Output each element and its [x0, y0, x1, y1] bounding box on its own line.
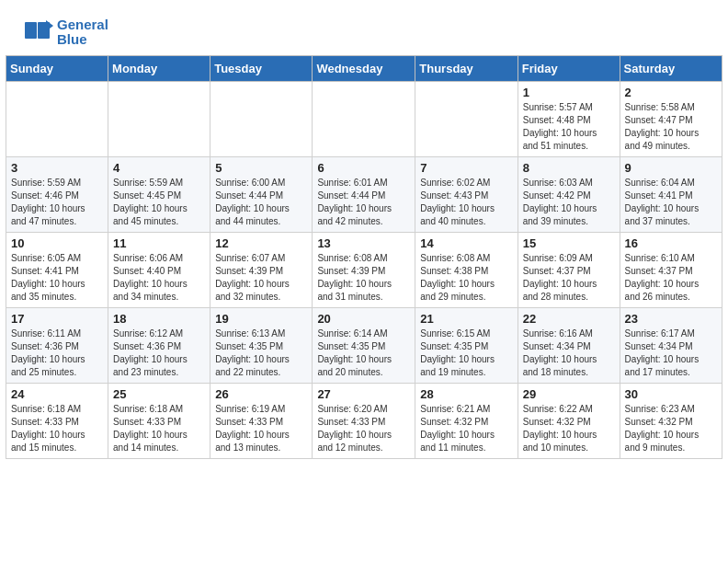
- calendar-cell: 6Sunrise: 6:01 AM Sunset: 4:44 PM Daylig…: [313, 157, 415, 233]
- week-row-3: 10Sunrise: 6:05 AM Sunset: 4:41 PM Dayli…: [6, 233, 722, 308]
- day-info: Sunrise: 5:59 AM Sunset: 4:46 PM Dayligh…: [11, 177, 103, 228]
- day-info: Sunrise: 6:07 AM Sunset: 4:39 PM Dayligh…: [215, 252, 307, 304]
- calendar-cell: 20Sunrise: 6:14 AM Sunset: 4:35 PM Dayli…: [313, 308, 415, 384]
- day-info: Sunrise: 6:20 AM Sunset: 4:33 PM Dayligh…: [317, 403, 410, 454]
- calendar-cell: 24Sunrise: 6:18 AM Sunset: 4:33 PM Dayli…: [6, 384, 108, 459]
- day-info: Sunrise: 6:10 AM Sunset: 4:37 PM Dayligh…: [625, 252, 717, 304]
- day-number: 3: [11, 161, 103, 175]
- page-header: General Blue: [0, 0, 728, 55]
- logo-text-blue: Blue: [57, 32, 108, 48]
- week-row-4: 17Sunrise: 6:11 AM Sunset: 4:36 PM Dayli…: [6, 308, 722, 384]
- day-info: Sunrise: 6:16 AM Sunset: 4:34 PM Dayligh…: [523, 327, 615, 379]
- calendar-table: SundayMondayTuesdayWednesdayThursdayFrid…: [6, 55, 722, 459]
- day-number: 21: [420, 312, 512, 326]
- week-row-2: 3Sunrise: 5:59 AM Sunset: 4:46 PM Daylig…: [6, 157, 722, 233]
- day-info: Sunrise: 6:08 AM Sunset: 4:39 PM Dayligh…: [317, 252, 410, 304]
- calendar-cell: 14Sunrise: 6:08 AM Sunset: 4:38 PM Dayli…: [415, 233, 518, 308]
- day-info: Sunrise: 6:00 AM Sunset: 4:44 PM Dayligh…: [215, 177, 307, 228]
- calendar-cell: 15Sunrise: 6:09 AM Sunset: 4:37 PM Dayli…: [518, 233, 620, 308]
- day-number: 26: [215, 387, 307, 401]
- day-number: 27: [317, 387, 410, 401]
- calendar-cell: 1Sunrise: 5:57 AM Sunset: 4:48 PM Daylig…: [518, 82, 620, 157]
- day-number: 4: [113, 161, 205, 175]
- calendar-cell: 27Sunrise: 6:20 AM Sunset: 4:33 PM Dayli…: [313, 384, 415, 459]
- calendar-cell: 12Sunrise: 6:07 AM Sunset: 4:39 PM Dayli…: [210, 233, 313, 308]
- logo: General Blue: [22, 17, 108, 48]
- day-info: Sunrise: 6:14 AM Sunset: 4:35 PM Dayligh…: [317, 327, 410, 379]
- day-number: 12: [215, 236, 307, 250]
- day-number: 15: [523, 236, 615, 250]
- calendar-cell: 22Sunrise: 6:16 AM Sunset: 4:34 PM Dayli…: [518, 308, 620, 384]
- calendar-cell: 26Sunrise: 6:19 AM Sunset: 4:33 PM Dayli…: [210, 384, 313, 459]
- day-info: Sunrise: 6:22 AM Sunset: 4:32 PM Dayligh…: [523, 403, 615, 454]
- weekday-header-thursday: Thursday: [415, 56, 518, 82]
- day-number: 11: [113, 236, 205, 250]
- day-number: 1: [523, 86, 615, 99]
- weekday-header-row: SundayMondayTuesdayWednesdayThursdayFrid…: [6, 56, 722, 82]
- calendar-cell: 5Sunrise: 6:00 AM Sunset: 4:44 PM Daylig…: [210, 157, 313, 233]
- calendar-cell: 17Sunrise: 6:11 AM Sunset: 4:36 PM Dayli…: [6, 308, 108, 384]
- calendar-cell: [6, 82, 108, 157]
- calendar-cell: 2Sunrise: 5:58 AM Sunset: 4:47 PM Daylig…: [620, 82, 722, 157]
- weekday-header-friday: Friday: [518, 56, 620, 82]
- weekday-header-wednesday: Wednesday: [313, 56, 415, 82]
- day-info: Sunrise: 6:23 AM Sunset: 4:32 PM Dayligh…: [625, 403, 717, 454]
- calendar-cell: 21Sunrise: 6:15 AM Sunset: 4:35 PM Dayli…: [415, 308, 518, 384]
- day-info: Sunrise: 6:08 AM Sunset: 4:38 PM Dayligh…: [420, 252, 512, 304]
- calendar-cell: 10Sunrise: 6:05 AM Sunset: 4:41 PM Dayli…: [6, 233, 108, 308]
- day-info: Sunrise: 6:12 AM Sunset: 4:36 PM Dayligh…: [113, 327, 205, 379]
- calendar-wrapper: SundayMondayTuesdayWednesdayThursdayFrid…: [0, 55, 728, 466]
- day-number: 16: [625, 236, 717, 250]
- day-info: Sunrise: 6:02 AM Sunset: 4:43 PM Dayligh…: [420, 177, 512, 228]
- day-number: 17: [11, 312, 103, 326]
- day-number: 10: [11, 236, 103, 250]
- calendar-cell: 28Sunrise: 6:21 AM Sunset: 4:32 PM Dayli…: [415, 384, 518, 459]
- logo-icon: [22, 17, 53, 48]
- day-number: 19: [215, 312, 307, 326]
- calendar-cell: 4Sunrise: 5:59 AM Sunset: 4:45 PM Daylig…: [108, 157, 210, 233]
- week-row-1: 1Sunrise: 5:57 AM Sunset: 4:48 PM Daylig…: [6, 82, 722, 157]
- day-info: Sunrise: 6:18 AM Sunset: 4:33 PM Dayligh…: [11, 403, 103, 454]
- day-info: Sunrise: 6:17 AM Sunset: 4:34 PM Dayligh…: [625, 327, 717, 379]
- day-number: 23: [625, 312, 717, 326]
- day-info: Sunrise: 5:57 AM Sunset: 4:48 PM Dayligh…: [523, 101, 615, 153]
- day-info: Sunrise: 6:05 AM Sunset: 4:41 PM Dayligh…: [11, 252, 103, 304]
- calendar-cell: 9Sunrise: 6:04 AM Sunset: 4:41 PM Daylig…: [620, 157, 722, 233]
- weekday-header-tuesday: Tuesday: [210, 56, 313, 82]
- day-number: 2: [625, 86, 717, 99]
- day-number: 20: [317, 312, 410, 326]
- calendar-cell: 16Sunrise: 6:10 AM Sunset: 4:37 PM Dayli…: [620, 233, 722, 308]
- weekday-header-saturday: Saturday: [620, 56, 722, 82]
- day-info: Sunrise: 6:03 AM Sunset: 4:42 PM Dayligh…: [523, 177, 615, 228]
- calendar-cell: 13Sunrise: 6:08 AM Sunset: 4:39 PM Dayli…: [313, 233, 415, 308]
- calendar-cell: 29Sunrise: 6:22 AM Sunset: 4:32 PM Dayli…: [518, 384, 620, 459]
- week-row-5: 24Sunrise: 6:18 AM Sunset: 4:33 PM Dayli…: [6, 384, 722, 459]
- day-info: Sunrise: 5:59 AM Sunset: 4:45 PM Dayligh…: [113, 177, 205, 228]
- calendar-cell: 23Sunrise: 6:17 AM Sunset: 4:34 PM Dayli…: [620, 308, 722, 384]
- day-info: Sunrise: 6:06 AM Sunset: 4:40 PM Dayligh…: [113, 252, 205, 304]
- day-info: Sunrise: 6:01 AM Sunset: 4:44 PM Dayligh…: [317, 177, 410, 228]
- day-number: 7: [420, 161, 512, 175]
- day-number: 13: [317, 236, 410, 250]
- day-info: Sunrise: 6:18 AM Sunset: 4:33 PM Dayligh…: [113, 403, 205, 454]
- day-info: Sunrise: 5:58 AM Sunset: 4:47 PM Dayligh…: [625, 101, 717, 153]
- calendar-cell: 18Sunrise: 6:12 AM Sunset: 4:36 PM Dayli…: [108, 308, 210, 384]
- calendar-cell: 7Sunrise: 6:02 AM Sunset: 4:43 PM Daylig…: [415, 157, 518, 233]
- calendar-cell: [313, 82, 415, 157]
- day-info: Sunrise: 6:11 AM Sunset: 4:36 PM Dayligh…: [11, 327, 103, 379]
- weekday-header-monday: Monday: [108, 56, 210, 82]
- day-number: 6: [317, 161, 410, 175]
- day-number: 8: [523, 161, 615, 175]
- weekday-header-sunday: Sunday: [6, 56, 108, 82]
- calendar-cell: [415, 82, 518, 157]
- day-number: 14: [420, 236, 512, 250]
- calendar-cell: 11Sunrise: 6:06 AM Sunset: 4:40 PM Dayli…: [108, 233, 210, 308]
- svg-rect-1: [25, 22, 37, 39]
- day-number: 18: [113, 312, 205, 326]
- day-number: 9: [625, 161, 717, 175]
- day-number: 29: [523, 387, 615, 401]
- calendar-cell: [108, 82, 210, 157]
- day-number: 28: [420, 387, 512, 401]
- day-info: Sunrise: 6:21 AM Sunset: 4:32 PM Dayligh…: [420, 403, 512, 454]
- calendar-cell: [210, 82, 313, 157]
